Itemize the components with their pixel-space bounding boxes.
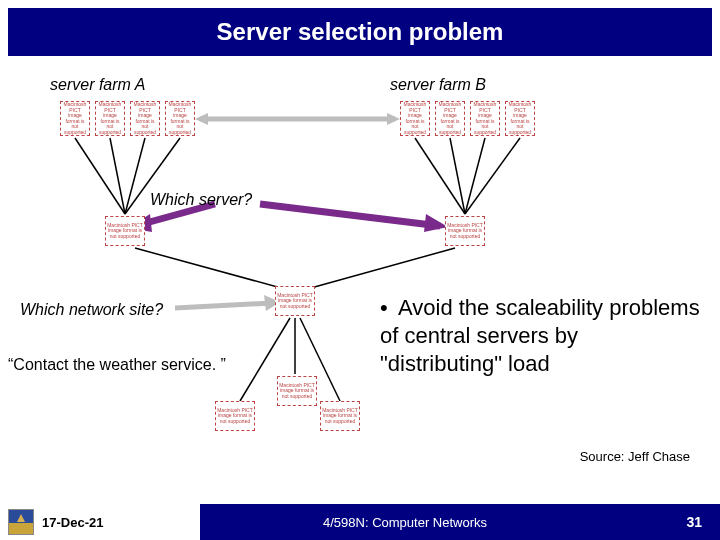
bullet-text: Avoid the scaleability problems of centr… [380, 295, 700, 376]
server-placeholder: Macintosh PICT image format is not suppo… [400, 101, 430, 136]
footer-date: 17-Dec-21 [42, 515, 103, 530]
svg-line-15 [135, 248, 292, 291]
svg-line-4 [415, 138, 465, 214]
svg-line-16 [300, 248, 455, 291]
server-placeholder: Macintosh PICT image format is not suppo… [95, 101, 125, 136]
server-placeholder: Macintosh PICT image format is not suppo… [505, 101, 535, 136]
svg-line-2 [125, 138, 145, 214]
slide-title: Server selection problem [8, 8, 712, 56]
server-placeholder: Macintosh PICT image format is not suppo… [435, 101, 465, 136]
svg-line-0 [75, 138, 125, 214]
slide-content: server farm A server farm B Macintosh PI… [0, 56, 720, 486]
server-placeholder: Macintosh PICT image format is not suppo… [130, 101, 160, 136]
router-placeholder: Macintosh PICT image format is not suppo… [275, 286, 315, 316]
svg-line-1 [110, 138, 125, 214]
slide-footer: 17-Dec-21 4/598N: Computer Networks 31 [0, 504, 720, 540]
label-which-server: Which server? [150, 191, 252, 209]
bullet-dot: • [380, 294, 398, 322]
client-placeholder: Macintosh PICT image format is not suppo… [320, 401, 360, 431]
label-farm-b: server farm B [390, 76, 486, 94]
client-placeholder: Macintosh PICT image format is not suppo… [215, 401, 255, 431]
node-placeholder: Macintosh PICT image format is not suppo… [105, 216, 145, 246]
node-placeholder: Macintosh PICT image format is not suppo… [445, 216, 485, 246]
server-placeholder: Macintosh PICT image format is not suppo… [60, 101, 90, 136]
svg-marker-10 [387, 113, 400, 125]
bullet-point: •Avoid the scaleability problems of cent… [380, 294, 700, 378]
server-placeholder: Macintosh PICT image format is not suppo… [470, 101, 500, 136]
svg-line-5 [450, 138, 465, 214]
server-placeholder: Macintosh PICT image format is not suppo… [165, 101, 195, 136]
label-which-network: Which network site? [20, 301, 163, 319]
label-farm-a: server farm A [50, 76, 145, 94]
svg-line-17 [175, 303, 272, 308]
svg-line-13 [260, 204, 440, 226]
footer-course: 4/598N: Computer Networks [200, 504, 610, 540]
footer-page-number: 31 [610, 504, 720, 540]
label-contact: “Contact the weather service. ” [8, 356, 226, 374]
footer-left: 17-Dec-21 [0, 504, 200, 540]
university-logo-icon [8, 509, 34, 535]
svg-marker-9 [195, 113, 208, 125]
svg-line-6 [465, 138, 485, 214]
source-attribution: Source: Jeff Chase [580, 449, 690, 464]
client-placeholder: Macintosh PICT image format is not suppo… [277, 376, 317, 406]
svg-line-7 [465, 138, 520, 214]
